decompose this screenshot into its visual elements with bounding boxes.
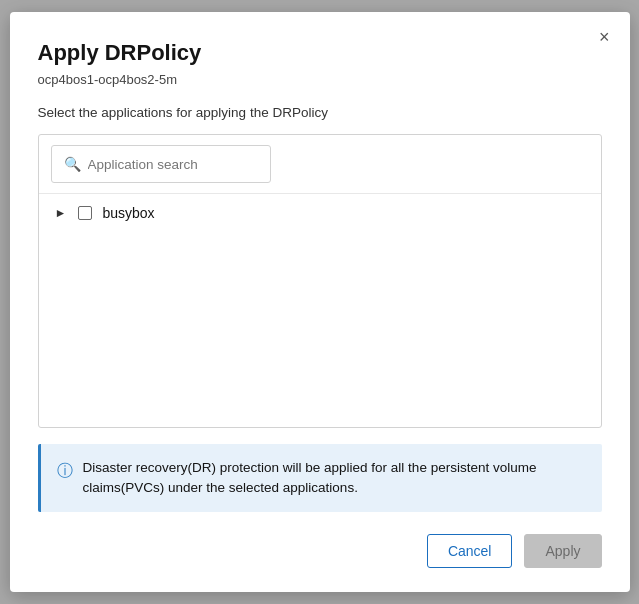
search-box[interactable]: 🔍 (51, 145, 271, 183)
search-icon: 🔍 (64, 156, 81, 172)
apply-button[interactable]: Apply (524, 534, 601, 568)
app-list-wrapper: 🔍 ► busybox (38, 134, 602, 428)
modal-title: Apply DRPolicy (38, 40, 602, 66)
cancel-button[interactable]: Cancel (427, 534, 513, 568)
modal-description: Select the applications for applying the… (38, 105, 602, 120)
app-name-label: busybox (102, 205, 154, 221)
modal-subtitle: ocp4bos1-ocp4bos2-5m (38, 72, 602, 87)
search-row: 🔍 (39, 135, 601, 194)
list-item: ► busybox (39, 194, 601, 232)
info-text: Disaster recovery(DR) protection will be… (83, 458, 586, 499)
modal-footer: Cancel Apply (38, 534, 602, 568)
modal-overlay: × Apply DRPolicy ocp4bos1-ocp4bos2-5m Se… (0, 0, 639, 604)
modal-dialog: × Apply DRPolicy ocp4bos1-ocp4bos2-5m Se… (10, 12, 630, 592)
app-checkbox[interactable] (78, 206, 92, 220)
info-icon: ⓘ (57, 459, 73, 483)
search-input[interactable] (88, 157, 258, 172)
close-button[interactable]: × (595, 24, 614, 50)
info-box: ⓘ Disaster recovery(DR) protection will … (38, 444, 602, 513)
expand-chevron-button[interactable]: ► (53, 204, 69, 222)
